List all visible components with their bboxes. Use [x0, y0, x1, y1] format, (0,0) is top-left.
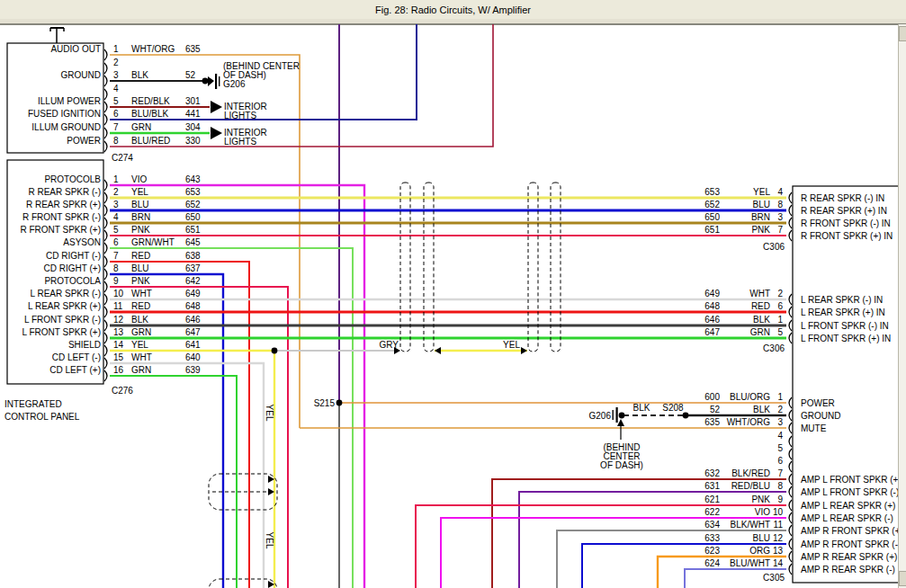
c274-wire-code: BLU/BLK	[131, 109, 168, 119]
c306-pin-label: R REAR SPKR (-) IN	[801, 193, 884, 203]
c305-pin-number: 12	[773, 533, 784, 543]
g206-ground-bar	[215, 74, 217, 89]
c276-pin-number: 4	[113, 212, 119, 222]
c305-circuit-number: 634	[704, 520, 720, 530]
c276-pin-number: 16	[113, 365, 124, 375]
c274-circuit-number: 304	[185, 122, 201, 132]
pin-bracket	[104, 102, 107, 112]
c276-pin-label: CD LEFT (-)	[52, 352, 101, 362]
c274-pin-number: 2	[113, 58, 119, 67]
pin-bracket	[104, 128, 107, 138]
c276-pin-number: 5	[113, 225, 119, 235]
c276-circuit-number: 638	[185, 251, 201, 261]
c306-pin-label: L REAR SPKR (-) IN	[801, 295, 883, 305]
yel-wire-label: YEL	[503, 340, 520, 350]
jumper-arrowhead-right	[521, 347, 527, 354]
vertical-scrollbar[interactable]	[898, 24, 906, 588]
c305-circuit-number: 635	[704, 417, 720, 427]
c276-wire-code: WHT	[131, 289, 152, 298]
c305-circuit-number: 632	[704, 468, 720, 478]
c274-pin-label: ILLUM GROUND	[31, 122, 101, 132]
c276-pin-number: 1	[113, 174, 119, 184]
c276-pin-label: ASYSON	[63, 237, 101, 247]
c306-circuit-number: 647	[704, 327, 720, 337]
connector-label-c306: C306	[763, 343, 785, 353]
c306-wire-code: PNK	[751, 225, 770, 235]
interior-lights-arrow-2	[211, 127, 222, 139]
c276-circuit-number: 642	[185, 276, 201, 286]
c305-pin-number: 4	[777, 431, 783, 441]
pin-bracket	[789, 192, 792, 203]
g206-location-note: OF DASH)	[600, 460, 643, 470]
c276-pin-label: L FRONT SPKR (+)	[22, 327, 101, 337]
yel-wire-label-vertical: YEL	[265, 532, 274, 549]
c306-circuit-number: 652	[704, 200, 720, 209]
c276-circuit-number: 648	[185, 301, 201, 311]
splice-dot	[619, 413, 625, 419]
c306-wire-code: BRN	[751, 212, 770, 222]
c276-circuit-number: 651	[185, 225, 201, 235]
c306-wire-code: BLU	[753, 200, 770, 209]
c305-pin-label: GROUND	[801, 411, 840, 421]
pin-bracket	[104, 358, 107, 369]
scrollbar-corner-button[interactable]	[899, 571, 906, 586]
c274-pin-number: 4	[113, 84, 119, 94]
g206-ground-arrow	[208, 76, 214, 86]
c276-pin-label: CD RIGHT (-)	[46, 251, 101, 261]
pin-bracket	[789, 474, 792, 485]
pin-bracket	[789, 551, 792, 562]
c276-pin-number: 12	[113, 315, 124, 325]
c306-pin-label: R REAR SPKR (+) IN	[801, 206, 887, 216]
c305-circuit-number: 623	[704, 546, 720, 556]
pin-bracket	[789, 512, 792, 523]
c276-wire-code: BLK	[131, 315, 148, 325]
splice-dot	[202, 78, 209, 85]
pin-bracket	[789, 397, 792, 408]
c276-wire-code: GRN	[131, 327, 151, 337]
c276-pin-number: 14	[113, 340, 124, 350]
c276-pin-number: 7	[113, 251, 119, 261]
pin-bracket	[789, 486, 792, 497]
pin-bracket	[104, 269, 107, 280]
c305-wire-code: BLK/RED	[731, 468, 770, 478]
c306-pin-number: 6	[777, 301, 783, 311]
pin-bracket	[104, 205, 107, 216]
pin-bracket	[104, 345, 107, 356]
c306-circuit-number: 653	[704, 187, 720, 197]
pin-bracket	[104, 294, 107, 305]
c305-pin-label: POWER	[801, 398, 835, 408]
pin-bracket	[104, 320, 107, 331]
c276-pin-label: PROTOCOLB	[44, 174, 101, 184]
c305-pin-number: 14	[773, 558, 784, 568]
c274-wire-code: BLK	[131, 70, 148, 80]
pin-bracket	[789, 436, 792, 447]
connector-label-c305: C305	[763, 573, 785, 583]
pointer-arrowhead	[617, 419, 624, 426]
c274-pin-number: 7	[113, 122, 119, 132]
c276-circuit-number: 637	[185, 263, 201, 273]
c274-pin-number: 6	[113, 109, 119, 119]
c306-wire-code: WHT	[749, 289, 770, 298]
pin-bracket	[789, 449, 792, 459]
c305-pin-number: 7	[777, 468, 783, 478]
pin-bracket	[789, 205, 792, 216]
c276-wire-code: GRN	[131, 365, 151, 375]
c276-pin-label: R REAR SPKR (+)	[26, 200, 101, 209]
c305-circuit-number: 631	[704, 481, 720, 491]
pin-bracket	[104, 63, 107, 74]
pin-bracket	[789, 333, 792, 343]
c305-pin-label: MUTE	[801, 423, 827, 433]
pin-bracket	[104, 256, 107, 267]
pin-bracket	[789, 230, 792, 241]
c274-wire-code: GRN	[131, 122, 151, 132]
wire-632-blkred	[492, 479, 786, 588]
blk-wire-label: BLK	[633, 403, 650, 413]
c305-circuit-number: 600	[704, 392, 720, 402]
c274-pin-label: AUDIO OUT	[50, 44, 101, 54]
c274-pin-number: 8	[113, 136, 119, 146]
c306-pin-number: 8	[777, 200, 783, 209]
c305-wire-code: BLK/WHT	[731, 520, 770, 530]
scrollbar-up-button[interactable]	[899, 26, 906, 41]
yel-wire-label-vertical: YEL	[265, 405, 274, 422]
wire-639-grn	[110, 376, 237, 588]
